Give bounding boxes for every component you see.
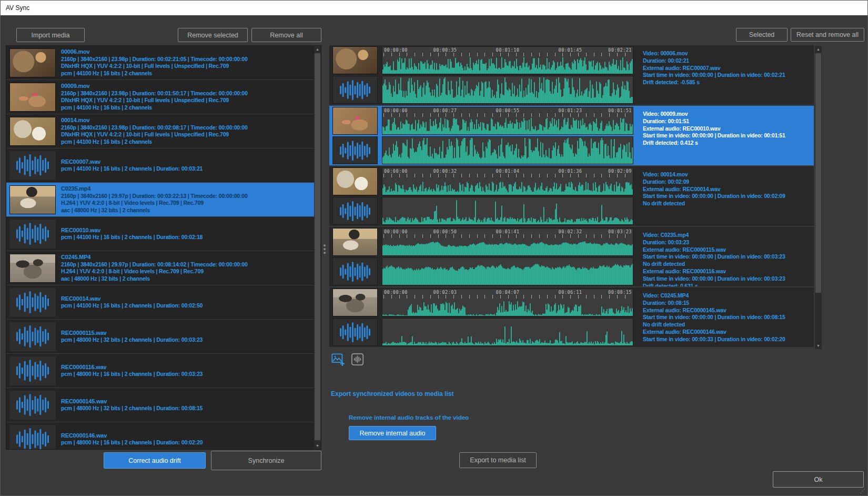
audio-waveform-icon [340, 80, 370, 100]
resize-grip-icon[interactable]: ⋰ [860, 489, 865, 494]
export-frame-icon[interactable] [331, 352, 345, 366]
audio-waveform-icon [16, 428, 49, 450]
ruler-ticks [383, 234, 632, 238]
scrollbar-thumb[interactable] [315, 53, 320, 440]
sync-row[interactable]: 00:00:0000:02:0300:04:0700:06:1100:08:15… [329, 287, 814, 347]
media-item-detail: pcm | 44100 Hz | 16 bits | 2 channels [61, 138, 248, 146]
media-list-item[interactable]: REC00007.wavpcm | 44100 Hz | 16 bits | 2… [6, 148, 314, 183]
media-list-item[interactable]: C0245.MP42160p | 3840x2160 | 29.97p | Du… [6, 251, 314, 285]
correct-audio-drift-button[interactable]: Correct audio drift [104, 452, 206, 469]
media-item-detail: H.264 | YUV 4:2:0 | 8-bit | Video levels… [61, 200, 248, 207]
ruler-timestamp: 00:01:41 [496, 229, 520, 234]
sync-info-line: Start time in video: 00:00:33 | Duration… [643, 336, 812, 343]
sync-info-line: Video: 00009.mov [643, 111, 812, 118]
sync-info-line: Start time in video: 00:00:00 | Duration… [643, 193, 812, 200]
ok-button[interactable]: Ok [773, 471, 864, 488]
sync-row[interactable]: 00:00:0000:00:2700:00:5500:01:2300:01:51… [329, 106, 814, 165]
remove-all-button[interactable]: Remove all [251, 28, 321, 42]
audio-track-icon[interactable] [350, 352, 365, 366]
media-list-item[interactable]: REC00010.wavpcm | 44100 Hz | 16 bits | 2… [6, 217, 314, 251]
sync-row[interactable]: 00:00:0000:00:3200:01:0400:01:3600:02:09… [329, 166, 814, 226]
external-audio-waveform [382, 76, 633, 104]
media-item-text: C0235.mp42160p | 3840x2160 | 29.97p | Du… [61, 185, 248, 214]
sync-row-thumbs [329, 106, 382, 165]
ruler-timestamp: 00:00:00 [384, 229, 408, 234]
ruler-timestamp: 00:01:23 [559, 108, 582, 113]
media-item-text: REC00007.wavpcm | 44100 Hz | 16 bits | 2… [61, 158, 203, 173]
audio-waveform-icon [16, 154, 49, 176]
media-list-item[interactable]: REC0000116.wavpcm | 48000 Hz | 16 bits |… [6, 354, 314, 388]
ruler-timestamp: 00:00:27 [433, 108, 457, 113]
waveform-canvas [382, 300, 633, 316]
media-item-text: 00009.mov2160p | 3840x2160 | 23.98p | Du… [61, 83, 248, 111]
media-item-detail: 2160p | 3840x2160 | 29.97p | Duration: 0… [61, 193, 248, 200]
waveform-area: 00:00:0000:00:3500:01:1000:01:4500:02:21 [382, 45, 635, 105]
audio-waveform-icon [340, 141, 370, 161]
media-list-item[interactable]: C0235.mp42160p | 3840x2160 | 29.97p | Du… [6, 183, 314, 217]
media-list-item[interactable]: REC0000145.wavpcm | 48000 Hz | 32 bits |… [6, 388, 314, 422]
media-item-text: C0245.MP42160p | 3840x2160 | 29.97p | Du… [61, 254, 248, 282]
remove-internal-audio-button[interactable]: Remove internal audio [349, 426, 436, 440]
sync-info-line: External audio: REC0000115.wav [643, 246, 812, 254]
waveform-canvas [382, 118, 633, 134]
media-item-name: 00009.mov [61, 83, 248, 90]
scroll-down-icon[interactable]: ▼ [314, 442, 321, 449]
scroll-up-icon[interactable]: ▲ [314, 46, 321, 53]
video-audio-waveform: 00:00:0000:02:0300:04:0700:06:1100:08:15 [382, 289, 633, 316]
video-thumbnail [332, 167, 378, 195]
ruler-timestamp: 00:02:32 [559, 229, 582, 234]
sync-info-line: Video: 00006.mov [643, 50, 812, 57]
sync-row[interactable]: 00:00:0000:00:3500:01:1000:01:4500:02:21… [329, 45, 814, 105]
media-item-text: REC00010.wavpcm | 44100 Hz | 16 bits | 2… [61, 227, 203, 241]
audio-tile [332, 318, 378, 346]
video-thumbnail [332, 228, 378, 256]
sync-info-line: Duration: 00:01:51 [643, 118, 812, 125]
media-list-item[interactable]: REC0000146.wavpcm | 48000 Hz | 16 bits |… [6, 422, 314, 450]
ruler-timestamp: 00:02:21 [608, 47, 632, 53]
import-media-button[interactable]: Import media [16, 28, 85, 42]
sync-info-line: External audio: REC00010.wav [643, 125, 812, 133]
sync-row-info: Video: 00009.movDuration: 00:01:51Extern… [635, 106, 814, 165]
media-item-text: 00014.mov2160p | 3840x2160 | 23.98p | Du… [61, 117, 248, 145]
ruler-timestamp: 00:02:03 [433, 290, 457, 295]
reset-and-remove-all-button[interactable]: Reset and remove all [791, 28, 864, 42]
selected-button[interactable]: Selected [736, 28, 788, 42]
export-to-media-list-button[interactable]: Export to media list [459, 452, 537, 468]
ruler-timestamp: 00:04:07 [496, 290, 520, 295]
video-audio-waveform: 00:00:0000:00:2700:00:5500:01:2300:01:51 [382, 107, 633, 135]
sync-info-line: No drift detected [643, 200, 812, 207]
waveform-canvas [382, 178, 633, 195]
audio-waveform-icon [16, 394, 49, 416]
scroll-down-icon[interactable]: ▼ [815, 342, 822, 349]
scrollbar-thumb[interactable] [815, 53, 821, 293]
panel-splitter-handle[interactable]: ●●● [322, 244, 327, 255]
synchronize-button[interactable]: Synchronize [211, 451, 321, 470]
ruler-timestamp: 00:01:10 [496, 47, 520, 53]
media-list-scrollbar[interactable]: ▲ ▼ [314, 46, 321, 449]
sync-list: 00:00:0000:00:3500:01:1000:01:4500:02:21… [329, 45, 814, 348]
media-item-name: C0245.MP4 [61, 254, 248, 261]
media-list-item[interactable]: REC0000115.wavpcm | 48000 Hz | 32 bits |… [6, 320, 314, 354]
media-item-text: REC0000145.wavpcm | 48000 Hz | 32 bits |… [61, 398, 203, 412]
media-list-item[interactable]: 00006.mov2160p | 3840x2160 | 23.98p | Du… [6, 46, 314, 80]
media-item-name: REC0000145.wav [61, 398, 203, 405]
media-list-item[interactable]: 00014.mov2160p | 3840x2160 | 23.98p | Du… [6, 114, 314, 148]
sync-row[interactable]: 00:00:0000:00:5000:01:4100:02:3200:03:23… [329, 227, 814, 286]
waveform-area: 00:00:0000:00:2700:00:5500:01:2300:01:51 [382, 106, 635, 165]
title-bar: AV Sync [1, 1, 867, 15]
media-list-item[interactable]: 00009.mov2160p | 3840x2160 | 23.98p | Du… [6, 80, 314, 114]
ruler-timestamp: 00:00:55 [496, 108, 520, 113]
media-item-detail: pcm | 44100 Hz | 16 bits | 2 channels | … [61, 165, 203, 173]
sync-list-scrollbar[interactable]: ▲ ▼ [815, 46, 822, 349]
ruler-timestamp: 00:01:51 [608, 108, 632, 113]
scroll-up-icon[interactable]: ▲ [815, 46, 822, 53]
sync-info-line: No drift detected [643, 261, 812, 268]
waveform-canvas [382, 199, 633, 224]
media-item-name: 00006.mov [61, 48, 248, 56]
ruler-ticks [383, 295, 632, 299]
ruler-ticks [383, 53, 632, 56]
media-item-detail: DNxHR HQX | YUV 4:2:2 | 10-bit | Full le… [61, 97, 248, 104]
media-list-item[interactable]: REC00014.wavpcm | 44100 Hz | 16 bits | 2… [6, 285, 314, 320]
sync-row-thumbs [329, 227, 382, 286]
remove-selected-button[interactable]: Remove selected [178, 28, 248, 42]
